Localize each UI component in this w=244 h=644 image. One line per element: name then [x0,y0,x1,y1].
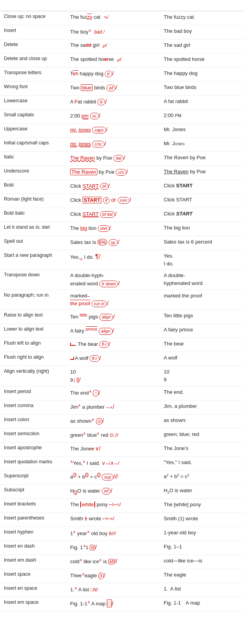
result-insert-period: The end. [164,388,240,396]
example-insert-semicolon: green∧ blue∧ red ⊙;// [70,431,164,439]
result-flush-right: A wolf [164,354,240,362]
correction-delete: Delete [4,41,70,48]
result-insert-apostrophe: The Jone's [164,445,240,452]
correction-insert-space: Insert space [4,571,70,578]
row-insert-period: Insert period The end∧ ○/ The end. [0,386,244,400]
row-insert-semicolon: Insert semicolon green∧ blue∧ red ⊙;// g… [0,429,244,443]
row-new-paragraph: Start a new paragraph Yes,∧ I do. ¶/ Yes… [0,250,244,270]
row-bold-italic: Bold italic Click START bf ital/ Click S… [0,208,244,222]
result-wrong-font: Two blue birds [164,84,240,91]
correction-initial-cap: Initial cap/small caps [4,140,70,147]
row-insert-brackets: Insert brackets The white pony ⌐/⌐=/ The… [0,499,244,513]
result-initial-cap: Mr. Jones [164,140,240,148]
result-insert-em-space: Fig. 1-1 A map [164,599,240,607]
result-insert-space: The eagle [164,571,240,579]
result-insert-em-dash: cold—like ice—is [164,557,240,565]
result-close-up: The fuzzy cat [164,13,240,21]
row-insert-comma: Insert comma Jim∧ a plumber ⌣∧/ Jim, a p… [0,400,244,415]
correction-small-caps: Small capitals [4,112,70,119]
example-bold: Click START bf/ [70,182,164,190]
row-roman: Roman (light face) Click START lf or rom… [0,194,244,208]
result-raise-align: Ten little pigs [164,312,240,320]
example-delete-close: The spotted hoarse ℘/ [70,55,164,63]
example-delete: The sadd girl ℘/ [70,41,164,49]
result-spell-out: Sales tax is 6 percent [164,238,240,246]
row-italic: Italic The Raven by Poe ital/ The Raven … [0,152,244,166]
table-header [0,4,244,11]
result-small-caps: 2:00 PM [164,112,240,119]
example-transpose: Teh happy dog tr/ [70,69,164,78]
correction-lowercase: Lowercase [4,98,70,105]
row-flush-left: Flush left to align The bear fl-l/ The b… [0,338,244,352]
row-flush-right: Flush right to align A wolf fl-r/ A wolf [0,352,244,366]
example-subscript: H2O is water inf/ [70,487,164,496]
correction-insert-en-dash: Insert en dash [4,543,70,550]
result-insert-parens: Smith (1) wrote [164,515,240,523]
correction-insert-apostrophe: Insert apostrophe [4,445,70,452]
correction-insert: Insert [4,27,70,34]
result-roman: Click START [164,196,240,204]
example-insert-apostrophe: The Jones ∨/ [70,445,164,453]
row-insert-parens: Insert parentheses Smith 1 wrote ⌐/⌐=/ S… [0,513,244,527]
result-stet: The big lion [164,224,240,232]
row-insert-quotes: Insert quotation marks ∧Yes,∧ I said. ∨⌣… [0,457,244,471]
example-insert-quotes: ∧Yes,∧ I said. ∨⌣/∧⌣/ [70,459,164,467]
row-small-caps: Small capitals 2:00 pm sc/ 2:00 PM [0,110,244,124]
result-lowercase: A fat rabbit [164,98,240,105]
correction-stet: Let it stand as is; stet [4,224,70,231]
proofreading-table: Close up; no space The fuzzy cat ∿/ The … [0,0,244,615]
correction-bold: Bold [4,182,70,189]
row-spell-out: Spell out Sales tax is 6% sp/ Sales tax … [0,236,244,250]
example-insert-period: The end∧ ○/ [70,388,164,397]
correction-new-paragraph: Start a new paragraph [4,252,70,259]
result-insert-en-dash: Fig. 1–1 [164,543,240,551]
result-transpose: The happy dog [164,69,240,77]
correction-roman: Roman (light face) [4,196,70,203]
correction-wrong-font: Wrong font [4,84,70,91]
row-superscript: Superscript a2 + b2 = c2 sup/// a2 + b2 … [0,471,244,485]
result-bold-italic: Click START [164,210,240,218]
correction-italic: Italic [4,154,70,161]
row-insert-space: Insert space Thee∧eagle #/ The eagle [0,569,244,583]
result-bold: Click START [164,182,240,190]
result-superscript: a2 + b2 = c2 [164,473,240,480]
result-insert-quotes: "Yes," I said. [164,459,240,466]
result-transpose-down: A double-hyphenated word [164,272,240,287]
correction-lower-align: Lower to align text [4,326,70,333]
example-insert-en-dash: Fig. 1∧1 N/ [70,543,164,551]
result-delete-close: The spotted horse [164,55,240,63]
correction-insert-quotes: Insert quotation marks [4,459,70,466]
example-italic: The Raven by Poe ital/ [70,154,164,162]
correction-transpose: Transpose letters [4,69,70,76]
row-align-vert: Align vertically (right) 109| ||/ 109 [0,366,244,386]
result-insert-colon: as shown: [164,416,240,424]
row-subscript: Subscript H2O is water inf/ H2O is water [0,485,244,499]
correction-insert-period: Insert period [4,388,70,395]
result-insert-hyphen: 1-year-old boy [164,529,240,537]
correction-insert-en-space: Insert en space [4,585,70,592]
correction-insert-comma: Insert comma [4,402,70,409]
correction-flush-right: Flush right to align [4,354,70,361]
row-insert-en-dash: Insert en dash Fig. 1∧1 N/ Fig. 1–1 [0,541,244,555]
example-insert-en-space: 1.∧ A list □N/ [70,585,164,594]
correction-spell-out: Spell out [4,238,70,245]
example-insert-comma: Jim∧ a plumber ⌣∧/ [70,402,164,411]
result-subscript: H2O is water [164,487,240,495]
correction-insert-em-space: Insert em space [4,599,70,606]
result-delete: The sad girl [164,41,240,49]
example-insert-space: Thee∧eagle #/ [70,571,164,580]
correction-align-vert: Align vertically (right) [4,368,70,375]
example-run-in: marked⌣the proof run in/ [70,292,164,308]
example-roman: Click START lf or rom/ [70,196,164,204]
row-run-in: No paragraph; run in marked⌣the proof ru… [0,290,244,310]
result-italic: The Raven by Poe [164,154,240,162]
example-align-vert: 109| ||/ [70,368,164,384]
result-run-in: marked the proof [164,292,240,300]
correction-uppercase: Uppercase [4,126,70,133]
row-insert-hyphen: Insert hyphen 1∧ year∧ old boy ê/// 1-ye… [0,527,244,541]
result-insert: The bad boy [164,27,240,35]
row-transpose: Transpose letters Teh happy dog tr/ The … [0,68,244,82]
result-lower-align: A fairy prince [164,326,240,334]
row-insert-en-space: Insert en space 1.∧ A list □N/ 1. A list [0,583,244,597]
result-insert-semicolon: green; blue; red [164,431,240,438]
